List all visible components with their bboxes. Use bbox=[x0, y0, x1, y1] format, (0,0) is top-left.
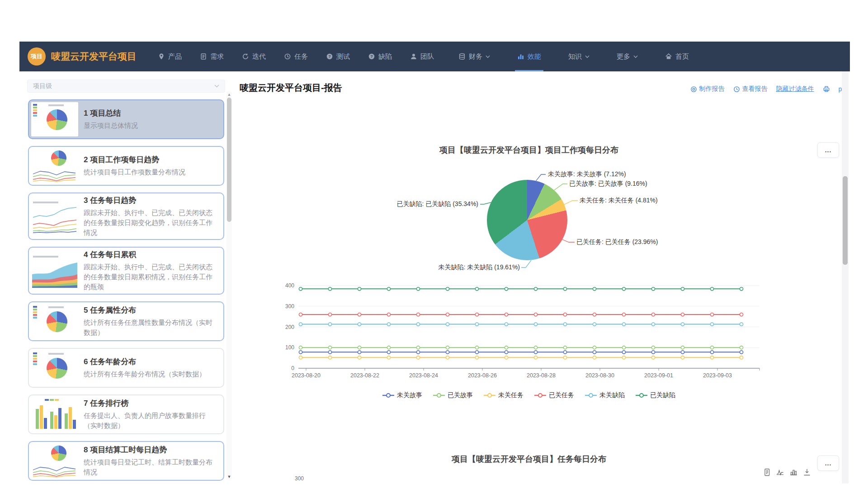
nav-item-team[interactable]: 团队 bbox=[410, 42, 434, 71]
data-view-icon[interactable] bbox=[763, 468, 771, 477]
card-thumbnail-pie bbox=[31, 102, 78, 136]
make-report-label: 制作报告 bbox=[699, 85, 725, 93]
nav-item-product[interactable]: 产品 bbox=[157, 42, 182, 71]
pie-label: 未关任务: 未关任务 (4.81%) bbox=[580, 197, 658, 205]
card-title: 6 任务年龄分布 bbox=[84, 357, 206, 367]
download-icon[interactable] bbox=[803, 468, 811, 477]
card-thumbnail-pie bbox=[31, 351, 78, 385]
legend-item-未关缺陷[interactable]: 未关缺陷 bbox=[585, 391, 625, 399]
legend-item-未关任务[interactable]: 未关任务 bbox=[484, 391, 524, 399]
project-level-select[interactable]: 项目级 bbox=[27, 80, 225, 93]
main-scroll-thumb[interactable] bbox=[843, 176, 848, 265]
svg-text:2023-08-20: 2023-08-20 bbox=[292, 372, 321, 379]
pie-label: 未关缺陷: 未关缺陷 (19.61%) bbox=[439, 263, 520, 272]
legend-marker-icon bbox=[484, 393, 495, 398]
card-thumbnail-area bbox=[31, 253, 78, 288]
nav-label: 财务 bbox=[469, 52, 482, 61]
chevron-down-icon bbox=[486, 55, 490, 58]
chevron-down-icon bbox=[633, 55, 638, 58]
hide-filter-label: 隐藏过滤条件 bbox=[776, 85, 814, 93]
pie-label: 未关故事: 未关故事 (7.12%) bbox=[548, 170, 626, 178]
report-actions: 制作报告 查看报告 隐藏过滤条件 pdf bbox=[690, 85, 847, 93]
nav-label: 需求 bbox=[210, 52, 224, 61]
view-report-link[interactable]: 查看报告 bbox=[733, 85, 768, 93]
viewport-bottom-edge bbox=[0, 483, 868, 488]
home-icon bbox=[665, 53, 672, 60]
card-title: 2 项目工作项每日趋势 bbox=[84, 155, 185, 165]
nav-item-knowledge[interactable]: 知识 bbox=[568, 42, 590, 71]
nav-label: 首页 bbox=[675, 52, 689, 61]
card-desc: 统计所有任务年龄分布情况（实时数据） bbox=[84, 369, 206, 379]
report-card-task-ranking[interactable]: 7 任务排行榜 任务提出人、负责人的用户故事数量排行（实时数据） bbox=[28, 394, 224, 434]
report-card-worklog-trend[interactable]: 8 项目结算工时每日趋势 统计项目每日登记工时、结算工时数量分布情况 bbox=[28, 441, 224, 481]
task-chart-title: 项目【唛盟云开发平台项目】任务每日分布 bbox=[298, 454, 760, 465]
chart-toolbox bbox=[763, 468, 811, 477]
hide-filter-link[interactable]: 隐藏过滤条件 bbox=[776, 85, 814, 93]
make-report-link[interactable]: 制作报告 bbox=[690, 85, 725, 93]
chart-more-button[interactable]: ... bbox=[817, 142, 839, 158]
gear-icon bbox=[690, 86, 697, 93]
svg-text:300: 300 bbox=[285, 303, 294, 310]
daily-line-chart[interactable]: 01002003004002023-08-202023-08-222023-08… bbox=[271, 280, 773, 386]
card-title: 5 任务属性分布 bbox=[84, 305, 219, 315]
nav-item-finance[interactable]: 财务 bbox=[458, 42, 491, 71]
report-card-task-attribute[interactable]: 5 任务属性分布 统计所有任务任意属性数量分布情况（实时数据） bbox=[28, 301, 224, 341]
legend-item-未关故事[interactable]: 未关故事 bbox=[382, 391, 422, 399]
legend-item-已关缺陷[interactable]: 已关缺陷 bbox=[636, 391, 675, 399]
legend-marker-icon bbox=[585, 393, 597, 398]
print-button[interactable] bbox=[823, 85, 830, 93]
project-badge: 项目 bbox=[28, 47, 46, 66]
nav-label: 团队 bbox=[420, 52, 434, 61]
nav-item-efficiency[interactable]: 效能 bbox=[517, 42, 542, 71]
clock-icon bbox=[284, 53, 291, 60]
line-chart-icon[interactable] bbox=[776, 468, 784, 477]
svg-text:2023-09-01: 2023-09-01 bbox=[644, 372, 673, 379]
sidebar-scroll-thumb[interactable] bbox=[227, 98, 231, 222]
legend-marker-icon bbox=[534, 393, 546, 398]
scroll-up-icon[interactable]: ▲ bbox=[226, 92, 232, 97]
report-card-workitem-trend[interactable]: 2 项目工作项每日趋势 统计项目每日工作项数量分布情况 bbox=[28, 146, 224, 186]
pie-label: 已关任务: 已关任务 (23.96%) bbox=[576, 238, 658, 246]
svg-text:?: ? bbox=[328, 54, 331, 59]
card-title: 7 任务排行榜 bbox=[84, 398, 219, 408]
legend-item-已关故事[interactable]: 已关故事 bbox=[433, 391, 473, 399]
sync-icon bbox=[242, 53, 249, 60]
legend-item-已关任务[interactable]: 已关任务 bbox=[534, 391, 574, 399]
main-scrollbar[interactable] bbox=[842, 71, 849, 483]
card-title: 4 任务每日累积 bbox=[84, 249, 219, 260]
nav-item-iteration[interactable]: 迭代 bbox=[241, 42, 266, 71]
clock-icon bbox=[733, 86, 740, 93]
chart-more-button[interactable]: ... bbox=[817, 455, 839, 471]
sidebar-scrollbar[interactable]: ▲ ▼ bbox=[226, 92, 232, 479]
nav-menu: 产品 需求 迭代 任务 ? 测试 ? 缺陷 团队 财务 bbox=[157, 42, 709, 71]
report-card-list: 1 项目总结 显示项目总体情况 2 项目工作项每日趋势 统计项目每日工作项数量分… bbox=[28, 99, 224, 488]
report-card-task-age[interactable]: 6 任务年龄分布 统计所有任务年龄分布情况（实时数据） bbox=[28, 348, 224, 388]
card-desc: 任务提出人、负责人的用户故事数量排行（实时数据） bbox=[84, 411, 219, 431]
card-desc: 跟踪未开始、执行中、已完成、已关闭状态的任务数量按日期累积情况，识别任务工作的瓶… bbox=[84, 262, 219, 291]
pin-icon bbox=[158, 53, 165, 60]
card-desc: 统计项目每日工作项数量分布情况 bbox=[84, 167, 185, 177]
nav-item-bug[interactable]: ? 缺陷 bbox=[368, 42, 392, 71]
card-title: 3 任务每日趋势 bbox=[84, 195, 219, 206]
nav-item-more[interactable]: 更多 bbox=[616, 42, 638, 71]
nav-item-task[interactable]: 任务 bbox=[283, 42, 308, 71]
svg-text:400: 400 bbox=[285, 282, 294, 289]
nav-item-home[interactable]: 首页 bbox=[665, 42, 689, 71]
legend-label: 已关任务 bbox=[549, 391, 574, 399]
select-placeholder: 项目级 bbox=[33, 82, 52, 90]
legend-label: 未关任务 bbox=[498, 391, 524, 399]
question-icon: ? bbox=[368, 53, 375, 60]
chevron-down-icon bbox=[585, 55, 590, 58]
person-icon bbox=[410, 53, 417, 60]
project-title[interactable]: 唛盟云开发平台项目 bbox=[51, 50, 137, 63]
scroll-down-icon[interactable]: ▼ bbox=[226, 474, 232, 479]
report-card-project-summary[interactable]: 1 项目总结 显示项目总体情况 bbox=[28, 99, 224, 139]
legend-label: 已关故事 bbox=[448, 391, 473, 399]
nav-item-test[interactable]: ? 测试 bbox=[326, 42, 350, 71]
bar-chart-icon[interactable] bbox=[789, 468, 798, 477]
pie-label: 已关故事: 已关故事 (9.16%) bbox=[569, 180, 647, 188]
report-card-task-daily-cumulative[interactable]: 4 任务每日累积 跟踪未开始、执行中、已完成、已关闭状态的任务数量按日期累积情况… bbox=[28, 247, 224, 294]
report-card-task-daily-trend[interactable]: 3 任务每日趋势 跟踪未开始、执行中、已完成、已关闭状态的任务数量按日期变化趋势… bbox=[28, 192, 224, 240]
nav-item-requirement[interactable]: 需求 bbox=[199, 42, 224, 71]
legend-marker-icon bbox=[382, 393, 394, 398]
